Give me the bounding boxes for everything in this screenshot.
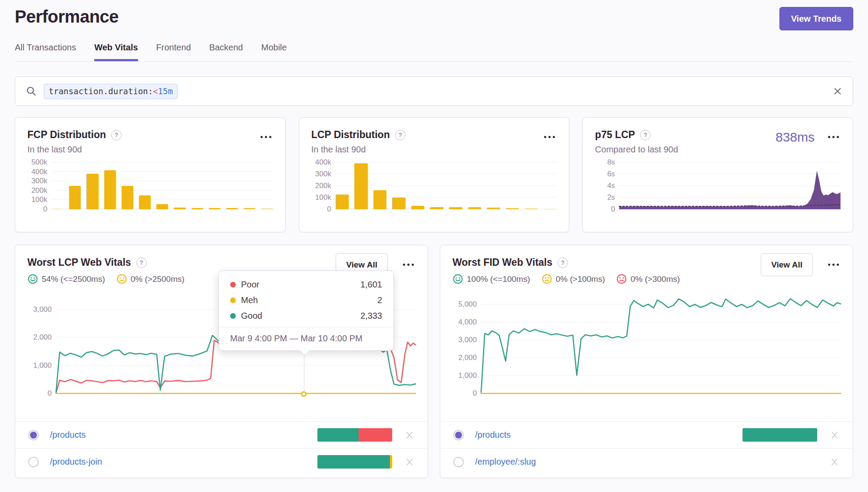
performance-page: Performance View Trends All Transactions… [0, 0, 868, 478]
transaction-link[interactable]: /products-join [50, 457, 102, 467]
remove-transaction-icon[interactable] [404, 430, 415, 440]
tooltip-series-good: Good2,333 [230, 311, 382, 321]
histogram-bar [139, 195, 151, 209]
card-menu-icon[interactable] [826, 262, 841, 267]
transaction-row: /products [440, 421, 853, 448]
help-icon[interactable] [640, 130, 650, 140]
search-bar[interactable]: transaction.duration:<15m [15, 76, 853, 106]
p75-area-chart[interactable]: 02s4s6s8s [583, 162, 853, 209]
y-axis-label: 100k [315, 193, 331, 202]
card-menu-icon[interactable] [826, 134, 841, 140]
series-label: Good [241, 311, 262, 321]
poor-face-icon [616, 274, 627, 284]
tab-mobile[interactable]: Mobile [261, 43, 287, 61]
remove-transaction-icon[interactable] [829, 430, 840, 440]
lcp-distribution-card: LCP Distribution In the last 90d 0100k20… [299, 117, 570, 232]
card-menu-icon[interactable] [259, 134, 273, 140]
search-filter-token[interactable]: transaction.duration:<15m [44, 84, 178, 99]
y-axis-label: 300k [31, 177, 47, 185]
histogram-bar [69, 186, 81, 209]
good-face-icon [452, 274, 463, 284]
threshold-stat-good: 54% (<=2500ms) [27, 274, 105, 284]
bar-segment-good [743, 428, 817, 442]
distribution-cards-row: FCP Distribution In the last 90d 0100k20… [15, 117, 853, 232]
vitals-breakdown-bar [317, 455, 392, 469]
tab-backend[interactable]: Backend [209, 43, 243, 61]
meh-face-icon [541, 274, 552, 284]
remove-transaction-icon[interactable] [404, 457, 415, 467]
card-title: LCP Distribution [311, 129, 390, 141]
threshold-label: 100% (<=100ms) [467, 274, 530, 284]
bar-segment-good [317, 428, 359, 442]
transaction-link[interactable]: /products [50, 430, 86, 440]
page-header: Performance View Trends All Transactions… [15, 0, 853, 62]
token-operator: < [153, 86, 158, 96]
y-axis-label: 3,000 [458, 336, 477, 344]
transaction-row: /products [15, 421, 428, 448]
y-axis-label: 400k [31, 168, 47, 176]
transaction-radio[interactable] [28, 457, 39, 467]
lcp-histogram[interactable]: 0100k200k300k400k [299, 162, 569, 209]
vitals-breakdown-bar [743, 428, 817, 442]
view-trends-button[interactable]: View Trends [779, 7, 853, 30]
threshold-label: 0% (>2500ms) [131, 274, 185, 284]
card-menu-icon[interactable] [401, 262, 416, 267]
worst-lcp-card: Worst LCP Web Vitals 54% (<=2500ms)0% (>… [15, 245, 428, 478]
help-icon[interactable] [111, 130, 122, 140]
series-label: Meh [241, 295, 258, 305]
card-menu-icon[interactable] [542, 134, 557, 140]
transaction-row: /employee/:slug [440, 448, 853, 475]
y-axis-label: 0 [473, 389, 477, 398]
tab-frontend[interactable]: Frontend [156, 43, 191, 61]
histogram-bar [336, 195, 349, 209]
tab-bar: All TransactionsWeb VitalsFrontendBacken… [15, 43, 853, 61]
transaction-link[interactable]: /products [475, 430, 511, 440]
series-dot-icon [230, 313, 236, 319]
histogram-bar [191, 208, 203, 209]
threshold-stat-meh: 0% (>2500ms) [116, 274, 185, 284]
threshold-label: 0% (>100ms) [556, 274, 605, 284]
fcp-histogram[interactable]: 0100k200k300k400k500k [15, 162, 285, 209]
y-axis-label: 2,000 [33, 333, 52, 342]
histogram-bar [261, 208, 273, 209]
tab-web-vitals[interactable]: Web Vitals [94, 43, 138, 61]
y-axis-label: 200k [315, 182, 331, 190]
histogram-bar [226, 208, 238, 209]
y-axis-label: 300k [315, 170, 331, 178]
y-axis-label: 100k [31, 195, 47, 204]
help-icon[interactable] [136, 258, 147, 268]
fcp-distribution-card: FCP Distribution In the last 90d 0100k20… [15, 117, 286, 232]
worst-fid-chart[interactable]: 01,0002,0003,0004,0005,000 [440, 296, 853, 393]
tab-all-transactions[interactable]: All Transactions [15, 43, 76, 61]
threshold-stat-good: 100% (<=100ms) [452, 274, 530, 284]
card-title: p75 LCP [595, 129, 635, 141]
histogram-bar [52, 208, 63, 209]
view-all-button[interactable]: View All [761, 253, 813, 276]
remove-transaction-icon[interactable] [829, 457, 840, 467]
y-axis-label: 500k [31, 158, 47, 167]
transaction-radio[interactable] [28, 430, 39, 440]
help-icon[interactable] [558, 258, 568, 268]
histogram-bar [86, 174, 98, 210]
series-dot-icon [230, 297, 236, 303]
card-title: FCP Distribution [27, 129, 106, 141]
series-value: 2 [377, 295, 382, 305]
card-subtitle: In the last 90d [15, 145, 285, 155]
transaction-radio[interactable] [453, 457, 464, 467]
vitals-breakdown-bar [317, 428, 392, 442]
transaction-link[interactable]: /employee/:slug [475, 457, 536, 467]
line-series-good [481, 299, 841, 393]
y-axis-label: 3,000 [33, 305, 52, 314]
p75-lcp-card: p75 LCP Compared to last 90d 838ms 02s4s… [582, 117, 853, 232]
transaction-radio[interactable] [453, 430, 464, 440]
search-clear-icon[interactable] [833, 86, 842, 96]
histogram-bar [468, 207, 482, 209]
y-axis-label: 2,000 [458, 353, 477, 362]
token-value: 15m [158, 86, 173, 96]
bar-segment-meh [390, 455, 392, 469]
histogram-bar [544, 209, 557, 209]
histogram-bar [506, 208, 519, 209]
series-label: Poor [241, 280, 259, 290]
search-icon [26, 86, 37, 97]
help-icon[interactable] [395, 130, 406, 140]
